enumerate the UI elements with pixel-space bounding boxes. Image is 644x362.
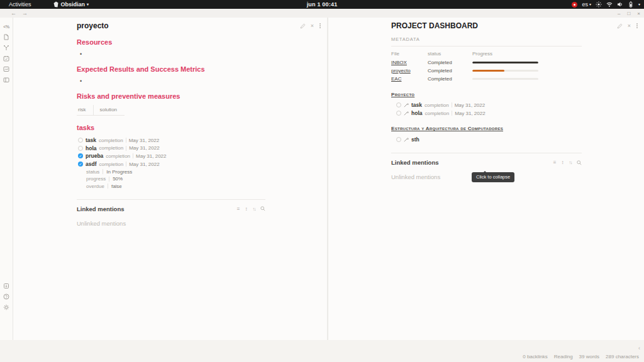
edit-pencil-icon[interactable] [300,23,306,29]
progress-bar [472,70,538,72]
left-ribbon: <% [0,18,13,340]
risk-solution-table: risk solution [77,105,125,116]
detail-value: false [111,184,122,189]
divider [452,111,452,116]
task-item: ✓ asdf completion May 31, 2022 [78,160,265,168]
backlink-icon[interactable] [404,111,409,116]
task-name[interactable]: task [411,102,422,108]
task-detail-row: status In Progress [86,168,265,175]
detail-value: 50% [113,176,123,182]
file-link[interactable]: INBOX [391,60,428,65]
window-minimize-button[interactable]: – [618,11,620,16]
table-row: INBOX Completed [391,58,582,66]
list-view-icon[interactable]: ≡ [553,160,557,165]
close-pane-icon[interactable]: × [628,23,631,29]
navigate-forward-button[interactable]: → [22,10,28,16]
view-mode[interactable]: Reading [554,354,573,359]
metadata-table: File status Progress INBOX Completed pro… [391,50,582,84]
navigate-back-button[interactable]: ← [11,10,16,16]
search-icon[interactable] [260,206,265,211]
divider [108,184,108,189]
task-checkbox[interactable] [396,137,401,142]
group-header-estructura[interactable]: Estructura y Arquitectura de Computadore… [391,126,582,131]
window-maximize-button[interactable]: □ [627,11,630,16]
unlinked-mentions-header[interactable]: Unlinked mentions [77,220,265,227]
editor-pane: × proyecto Resources • Expected Results … [13,18,327,340]
detail-key: status [86,169,99,175]
task-name[interactable]: task [86,137,96,143]
keyboard-layout-label: es [582,1,588,8]
task-field: completion [99,138,123,143]
status-value: Completed [428,68,472,74]
vault-switcher-icon[interactable] [3,283,9,289]
help-icon[interactable] [3,293,9,300]
expand-collapse-icon[interactable]: ↕ [245,206,248,212]
list-view-icon[interactable]: ≡ [237,206,240,212]
window-close-button[interactable]: × [637,11,640,16]
close-pane-icon[interactable]: × [311,23,314,29]
linked-mentions-header[interactable]: Linked mentions [391,159,438,166]
sort-order-icon[interactable]: ↑↓ [569,160,572,165]
task-checkbox[interactable] [396,102,401,107]
system-top-bar: Activities Obsidian ▾ jun 1 00:41 es ▾ [0,0,644,9]
task-name[interactable]: prueba [86,153,103,159]
task-checkbox-checked[interactable]: ✓ [78,162,83,167]
file-link[interactable]: proyecto [391,68,428,74]
sort-order-icon[interactable]: ↑↓ [253,206,256,212]
dashboard-task-list: sth [396,135,582,143]
app-menu[interactable]: Obsidian ▾ [53,1,89,8]
edit-pencil-icon[interactable] [617,23,623,29]
collapse-right-sidebar-icon[interactable]: ‹ [638,345,640,351]
calendar-check-icon[interactable] [3,55,9,62]
task-name[interactable]: asdf [86,161,96,167]
backlink-icon[interactable] [404,137,409,142]
task-name[interactable]: hola [86,145,96,151]
dashboard-task-list: task completion May 31, 2022 hola comple… [396,101,582,118]
branch-icon[interactable] [3,45,9,51]
task-date: May 31, 2022 [455,111,485,116]
brightness-icon [596,1,602,8]
task-name[interactable]: sth [411,136,419,143]
expand-collapse-icon[interactable]: ↕ [562,160,564,165]
chart-box-icon[interactable] [3,66,9,72]
heading-resources: Resources [77,38,265,46]
status-bar: 0 backlinks Reading 39 words 289 charact… [523,354,639,359]
task-name[interactable]: hola [411,110,422,116]
task-item: hola completion May 31, 2022 [78,145,265,153]
search-icon[interactable] [577,160,582,165]
task-checkbox[interactable] [396,111,401,116]
more-options-icon[interactable] [319,25,321,26]
backlink-icon[interactable] [404,102,409,107]
linked-mentions-header[interactable]: Linked mentions [77,206,124,212]
task-checkbox-checked[interactable]: ✓ [78,153,83,158]
keyboard-layout-menu[interactable]: es ▾ [582,1,591,8]
task-checkbox[interactable] [78,138,83,143]
metadata-label: METADATA [391,36,582,42]
backlink-count[interactable]: 0 backlinks [523,354,548,359]
window-titlebar: ← → – □ × [0,9,644,18]
battery-icon [628,1,634,8]
new-note-icon[interactable] [3,34,9,40]
group-header-proyecto[interactable]: Proyecto [391,92,582,97]
tooltip: Click to collapse [472,172,514,182]
system-menu-chevron-icon[interactable]: ▾ [638,3,640,6]
dashboard-title[interactable]: PROJECT DASHBOARD [391,21,582,30]
activities-button[interactable]: Activities [5,1,35,8]
empty-list-item: • [80,51,265,57]
task-date: May 31, 2022 [129,138,159,143]
layout-panel-icon[interactable] [3,77,9,83]
col-status: status [428,51,472,57]
table-row: proyecto Completed [391,67,582,75]
volume-icon [617,1,623,8]
task-checkbox[interactable] [78,146,83,151]
divider [452,102,452,107]
more-options-icon[interactable] [636,25,638,26]
clock[interactable]: jun 1 00:41 [307,1,338,8]
note-title[interactable]: proyecto [77,21,265,30]
file-link[interactable]: EAC [391,76,428,82]
templates-icon[interactable]: <% [3,23,9,30]
footer: ‹ 0 backlinks Reading 39 words 289 chara… [0,340,644,362]
settings-gear-icon[interactable] [3,304,9,310]
section-divider [77,199,265,200]
divider [103,169,103,174]
